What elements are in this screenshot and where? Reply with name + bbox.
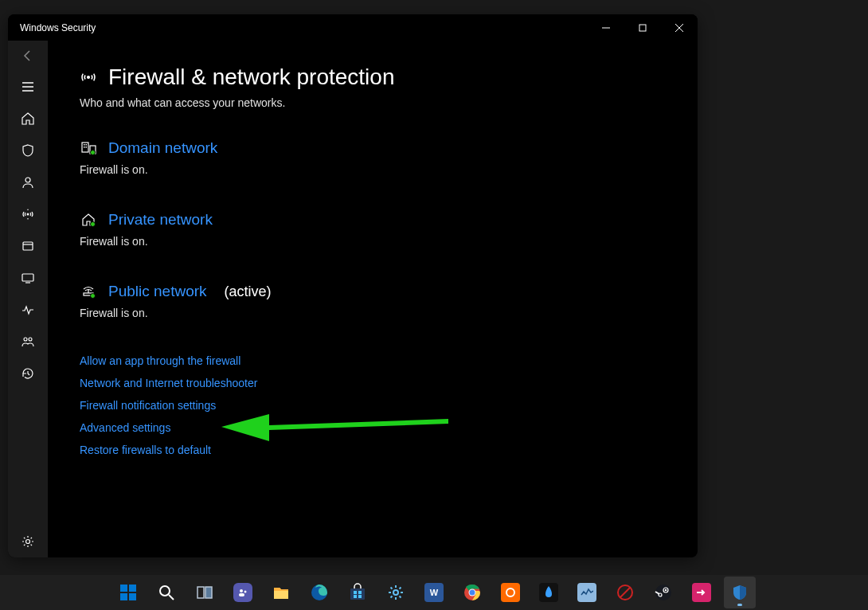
back-button[interactable] (8, 41, 48, 71)
search-button[interactable] (151, 577, 182, 608)
private-network-link[interactable]: Private network (108, 211, 213, 229)
content-area: Firewall & network protection Who and wh… (48, 41, 698, 557)
svg-point-13 (87, 76, 90, 79)
sidebar-item-firewall[interactable] (8, 198, 48, 230)
taskbar-app-chrome[interactable] (456, 577, 488, 608)
sidebar-item-protection-history[interactable] (8, 358, 48, 389)
svg-rect-21 (120, 585, 127, 592)
svg-rect-27 (197, 587, 204, 598)
public-network-link[interactable]: Public network (108, 283, 207, 300)
window-title: Windows Security (20, 22, 96, 33)
firewall-notification-settings-link[interactable]: Firewall notification settings (80, 399, 674, 412)
hamburger-menu-button[interactable] (8, 71, 48, 103)
sidebar-item-account-protection[interactable] (8, 166, 48, 198)
sidebar-item-device-security[interactable] (8, 262, 48, 294)
status-ok-icon (90, 221, 96, 227)
taskbar-app-teams[interactable] (227, 577, 259, 608)
taskbar-app-edge[interactable] (303, 577, 335, 608)
network-troubleshooter-link[interactable]: Network and Internet troubleshooter (80, 377, 674, 389)
windows-security-window: Windows Security (8, 14, 698, 557)
sidebar-item-family-options[interactable] (8, 326, 48, 358)
svg-point-30 (244, 591, 247, 593)
taskbar-app-generic-4[interactable] (609, 577, 641, 608)
svg-point-11 (29, 338, 32, 341)
svg-point-38 (393, 590, 398, 595)
taskbar-app-windows-security[interactable] (724, 577, 756, 608)
svg-point-5 (27, 213, 29, 216)
taskbar-app-generic-2[interactable] (533, 577, 565, 608)
close-button[interactable] (661, 14, 698, 41)
svg-rect-28 (205, 587, 212, 598)
advanced-settings-link[interactable]: Advanced settings (80, 421, 674, 434)
taskbar-app-generic-3[interactable] (571, 577, 603, 608)
sidebar-item-app-browser-control[interactable] (8, 230, 48, 262)
taskbar-app-settings[interactable] (380, 577, 412, 608)
svg-point-47 (665, 589, 667, 592)
taskbar-app-file-explorer[interactable] (265, 577, 297, 608)
taskbar-app-steam[interactable] (647, 577, 679, 608)
sidebar-item-device-performance[interactable] (8, 294, 48, 326)
taskbar-app-microsoft-store[interactable] (342, 577, 373, 608)
private-network-status: Firewall is on. (80, 235, 674, 248)
public-network-status: Firewall is on. (80, 307, 674, 319)
public-network-icon (80, 283, 97, 300)
svg-point-10 (24, 338, 27, 341)
status-ok-icon (90, 293, 96, 299)
task-view-button[interactable] (189, 577, 221, 608)
svg-rect-36 (354, 595, 357, 598)
svg-line-26 (169, 595, 174, 600)
svg-point-12 (26, 540, 30, 544)
svg-rect-8 (22, 274, 33, 281)
svg-rect-15 (84, 144, 85, 146)
status-ok-icon (90, 150, 96, 155)
svg-rect-24 (129, 593, 136, 600)
sidebar-item-home[interactable] (8, 103, 48, 135)
domain-network-link[interactable]: Domain network (108, 139, 217, 157)
svg-point-25 (160, 586, 170, 596)
svg-rect-16 (86, 144, 88, 146)
svg-rect-31 (239, 593, 244, 596)
taskbar: W (0, 575, 868, 610)
svg-rect-1 (639, 25, 646, 31)
svg-rect-17 (84, 147, 85, 148)
domain-network-status: Firewall is on. (80, 163, 674, 176)
active-network-indicator: (active) (225, 283, 272, 300)
svg-point-41 (470, 590, 475, 596)
sidebar-item-virus-protection[interactable] (8, 135, 48, 166)
window-controls (588, 14, 698, 41)
svg-point-4 (25, 178, 30, 182)
svg-point-29 (240, 589, 243, 592)
svg-rect-23 (120, 593, 127, 600)
svg-rect-35 (358, 591, 362, 594)
svg-rect-33 (350, 588, 365, 600)
svg-line-44 (620, 588, 630, 597)
svg-rect-18 (86, 147, 88, 148)
page-subtitle: Who and what can access your networks. (80, 96, 674, 109)
taskbar-app-generic-5[interactable] (686, 577, 717, 608)
taskbar-app-generic-1[interactable] (495, 577, 526, 608)
svg-rect-14 (82, 143, 88, 152)
firewall-links: Allow an app through the firewall Networ… (80, 354, 674, 456)
public-network-section: Public network (active) Firewall is on. (80, 283, 674, 319)
domain-network-section: Domain network Firewall is on. (80, 139, 674, 176)
svg-point-42 (506, 588, 514, 596)
svg-rect-37 (358, 595, 362, 598)
domain-network-icon (80, 139, 97, 157)
svg-rect-6 (23, 242, 33, 250)
private-network-section: Private network Firewall is on. (80, 211, 674, 248)
firewall-icon (80, 68, 97, 86)
taskbar-app-word[interactable]: W (418, 577, 450, 608)
start-button[interactable] (112, 577, 144, 608)
page-title: Firewall & network protection (108, 65, 394, 90)
sidebar (8, 41, 48, 557)
allow-app-through-firewall-link[interactable]: Allow an app through the firewall (80, 354, 674, 367)
svg-rect-34 (354, 591, 357, 594)
private-network-icon (80, 211, 97, 229)
restore-firewalls-default-link[interactable]: Restore firewalls to default (80, 444, 674, 456)
titlebar: Windows Security (8, 14, 698, 41)
settings-button[interactable] (8, 526, 48, 557)
minimize-button[interactable] (588, 14, 624, 41)
svg-rect-22 (129, 585, 136, 592)
maximize-button[interactable] (624, 14, 661, 41)
